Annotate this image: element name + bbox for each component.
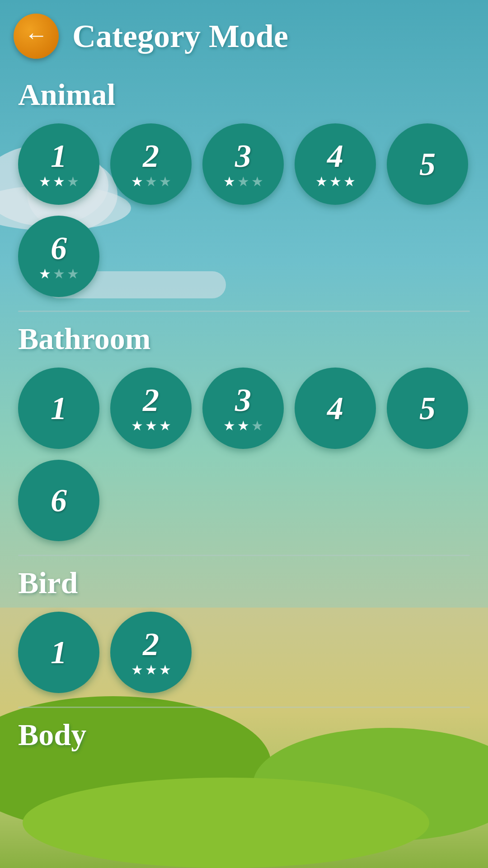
level-button-bird-2[interactable]: 2★★★ [110,612,192,693]
star-icon-3: ★ [159,175,171,189]
level-button-animal-5[interactable]: 5 [387,123,468,205]
category-section-bathroom: Bathroom12★★★3★★★456 [18,311,470,541]
star-icon-3: ★ [251,175,263,189]
level-number-animal-3: 3 [235,140,251,172]
level-number-bathroom-3: 3 [235,384,251,416]
star-icon-1: ★ [223,419,235,433]
stars-row-animal-4: ★★★ [315,175,356,189]
star-icon-2: ★ [145,419,157,433]
stars-row-bird-2: ★★★ [131,663,171,677]
level-number-animal-2: 2 [143,140,159,172]
level-button-animal-6[interactable]: 6★★★ [18,216,99,297]
level-button-bathroom-6[interactable]: 6 [18,460,99,541]
level-number-bathroom-4: 4 [327,392,343,425]
stars-row-bathroom-2: ★★★ [131,419,171,433]
stars-row-animal-2: ★★★ [131,175,171,189]
stars-row-animal-6: ★★★ [39,267,79,281]
star-icon-2: ★ [237,419,249,433]
level-button-bird-1[interactable]: 1 [18,612,99,693]
star-icon-3: ★ [251,419,263,433]
level-number-animal-1: 1 [51,140,67,172]
star-icon-1: ★ [315,175,328,189]
level-button-bathroom-3[interactable]: 3★★★ [202,368,284,449]
star-icon-1: ★ [131,419,143,433]
star-icon-2: ★ [237,175,249,189]
level-button-animal-4[interactable]: 4★★★ [295,123,376,205]
star-icon-2: ★ [53,175,65,189]
levels-grid-bird: 12★★★ [18,612,470,693]
star-icon-1: ★ [131,175,143,189]
category-title-body: Body [18,717,470,753]
level-number-bathroom-5: 5 [419,392,436,425]
level-number-animal-6: 6 [51,232,67,264]
star-icon-3: ★ [67,267,79,281]
star-icon-2: ★ [329,175,342,189]
header: ← Category Mode [0,0,488,68]
divider-bathroom [18,311,470,312]
levels-grid-bathroom: 12★★★3★★★456 [18,368,470,541]
divider-body [18,707,470,708]
level-button-animal-1[interactable]: 1★★★ [18,123,99,205]
level-button-animal-3[interactable]: 3★★★ [202,123,284,205]
level-button-bathroom-1[interactable]: 1 [18,368,99,449]
level-number-bird-2: 2 [143,628,159,660]
star-icon-2: ★ [145,175,157,189]
star-icon-3: ★ [67,175,79,189]
main-content: Animal1★★★2★★★3★★★4★★★56★★★Bathroom12★★★… [0,68,488,793]
back-arrow-icon: ← [24,24,48,47]
star-icon-1: ★ [223,175,235,189]
category-title-animal: Animal [18,77,470,113]
back-button[interactable]: ← [14,14,59,59]
star-icon-1: ★ [39,175,51,189]
level-number-animal-4: 4 [327,140,343,172]
star-icon-1: ★ [39,267,51,281]
category-section-animal: Animal1★★★2★★★3★★★4★★★56★★★ [18,77,470,297]
stars-row-bathroom-3: ★★★ [223,419,263,433]
stars-row-animal-3: ★★★ [223,175,263,189]
star-icon-2: ★ [145,663,157,677]
star-icon-3: ★ [159,419,171,433]
levels-grid-animal: 1★★★2★★★3★★★4★★★56★★★ [18,123,470,297]
star-icon-2: ★ [53,267,65,281]
category-title-bird: Bird [18,565,470,601]
level-button-bathroom-2[interactable]: 2★★★ [110,368,192,449]
category-section-bird: Bird12★★★ [18,555,470,693]
category-title-bathroom: Bathroom [18,321,470,357]
level-button-animal-2[interactable]: 2★★★ [110,123,192,205]
level-number-bathroom-2: 2 [143,384,159,416]
level-number-animal-5: 5 [419,148,436,180]
level-button-bathroom-4[interactable]: 4 [295,368,376,449]
star-icon-3: ★ [343,175,356,189]
level-button-bathroom-5[interactable]: 5 [387,368,468,449]
star-icon-1: ★ [131,663,143,677]
stars-row-animal-1: ★★★ [39,175,79,189]
level-number-bathroom-1: 1 [51,392,67,425]
star-icon-3: ★ [159,663,171,677]
divider-bird [18,555,470,556]
level-number-bathroom-6: 6 [51,484,67,517]
level-number-bird-1: 1 [51,636,67,669]
page-title: Category Mode [72,18,288,55]
category-section-body: Body [18,707,470,753]
